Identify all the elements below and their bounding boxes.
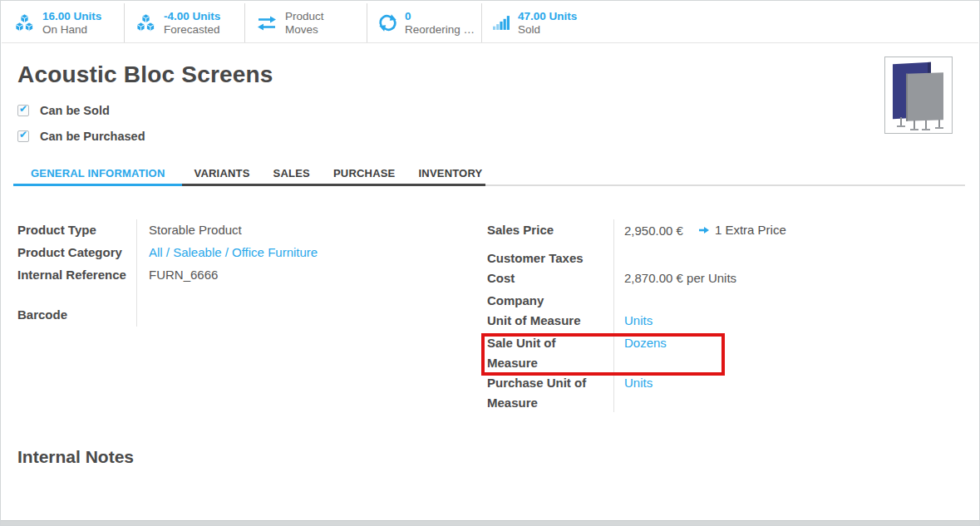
cubes-icon <box>135 13 156 33</box>
cubes-icon <box>14 13 35 33</box>
tab-sales[interactable]: SALES <box>262 167 322 184</box>
internal-reference-value: FURN_6666 <box>136 264 470 304</box>
can-be-sold-row: ✔ Can be Sold <box>17 104 110 117</box>
purchase-unit-of-measure-value[interactable]: Units <box>624 376 653 390</box>
barcode-value <box>136 304 470 327</box>
customer-taxes-label: Customer Taxes <box>487 248 613 268</box>
gray-screen-panel <box>906 72 943 121</box>
company-label: Company <box>487 290 613 310</box>
stat-label: Sold <box>518 23 577 37</box>
product-form-window: 16.00 Units On Hand -4.00 Units Forecast… <box>0 0 980 526</box>
stat-button-product-moves[interactable]: Product Moves <box>245 3 367 42</box>
tab-inventory[interactable]: INVENTORY <box>406 167 494 184</box>
internal-reference-label: Internal Reference <box>17 264 136 304</box>
stat-label: Forecasted <box>164 23 220 37</box>
stat-label: Moves <box>285 23 324 37</box>
cost-label: Cost <box>487 268 613 290</box>
refresh-icon <box>378 13 397 32</box>
arrow-right-icon <box>698 225 710 235</box>
tab-variants[interactable]: VARIANTS <box>182 167 261 184</box>
product-category-value[interactable]: All / Saleable / Office Furniture <box>149 245 318 259</box>
right-field-column: Sales Price 2,950.00 €1 Extra Price Cust… <box>487 219 953 412</box>
stat-value: 0 <box>405 10 475 23</box>
product-category-label: Product Category <box>17 242 136 264</box>
bottom-scrollbar-strip[interactable] <box>1 520 979 525</box>
cost-value: 2,870.00 € <box>624 271 683 285</box>
sales-price-label: Sales Price <box>487 219 613 248</box>
page-title: Acoustic Bloc Screens <box>17 61 273 88</box>
stat-label: Reordering … <box>405 23 475 37</box>
customer-taxes-value <box>613 248 953 268</box>
sale-unit-of-measure-label: Sale Unit of Measure <box>487 332 613 372</box>
barcode-label: Barcode <box>17 304 136 327</box>
unit-of-measure-value[interactable]: Units <box>624 313 653 327</box>
stat-label: On Hand <box>42 23 101 37</box>
purchase-unit-of-measure-label: Purchase Unit of Measure <box>487 372 613 412</box>
tab-purchase[interactable]: PURCHASE <box>322 167 407 184</box>
stat-value: -4.00 Units <box>164 10 220 23</box>
can-be-purchased-row: ✔ Can be Purchased <box>17 130 145 143</box>
can-be-sold-label: Can be Sold <box>40 104 110 117</box>
stat-value: 16.00 Units <box>42 10 101 23</box>
sale-unit-of-measure-value[interactable]: Dozens <box>624 336 667 350</box>
checkmark-icon: ✔ <box>19 129 27 140</box>
cost-suffix: per Units <box>687 271 736 285</box>
can-be-purchased-label: Can be Purchased <box>40 130 145 143</box>
stat-button-forecasted[interactable]: -4.00 Units Forecasted <box>125 3 245 42</box>
stat-button-on-hand[interactable]: 16.00 Units On Hand <box>3 3 125 42</box>
bar-chart-icon <box>493 16 510 30</box>
transfer-arrows-icon <box>256 15 278 32</box>
stat-button-row: 16.00 Units On Hand -4.00 Units Forecast… <box>2 3 978 43</box>
left-field-column: Product Type Storable Product Product Ca… <box>17 219 470 327</box>
extra-price-link[interactable]: 1 Extra Price <box>715 220 786 240</box>
unit-of-measure-label: Unit of Measure <box>487 310 613 332</box>
product-type-value: Storable Product <box>136 219 470 242</box>
stat-value: 47.00 Units <box>518 10 577 23</box>
sales-price-value: 2,950.00 € <box>624 224 683 238</box>
tab-general-information[interactable]: GENERAL INFORMATION <box>13 167 182 186</box>
internal-notes-heading: Internal Notes <box>17 447 134 467</box>
tab-bar-divider <box>485 184 965 186</box>
can-be-sold-checkbox[interactable]: ✔ <box>17 105 29 116</box>
can-be-purchased-checkbox[interactable]: ✔ <box>17 130 29 142</box>
stat-button-sold[interactable]: 47.00 Units Sold <box>482 3 607 42</box>
product-type-label: Product Type <box>17 219 136 242</box>
company-value <box>613 290 953 310</box>
checkmark-icon: ✔ <box>19 103 27 115</box>
notebook-tabs: GENERAL INFORMATION VARIANTS SALES PURCH… <box>1 165 979 186</box>
stat-value: Product <box>285 10 324 23</box>
stat-button-reordering[interactable]: 0 Reordering … <box>367 3 482 42</box>
product-image[interactable] <box>884 57 953 134</box>
